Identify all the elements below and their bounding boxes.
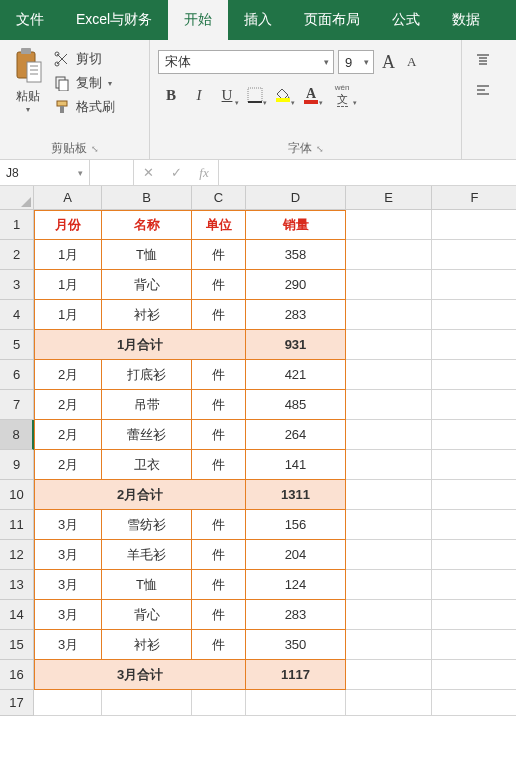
font-name-select[interactable]: 宋体 ▾ [158, 50, 334, 74]
cell[interactable] [432, 510, 516, 540]
cell[interactable] [34, 690, 102, 716]
cell[interactable]: 2月 [34, 360, 102, 390]
cell[interactable] [432, 600, 516, 630]
cell[interactable]: 件 [192, 360, 246, 390]
cell[interactable] [246, 690, 346, 716]
cell[interactable]: 931 [246, 330, 346, 360]
cell[interactable] [192, 690, 246, 716]
cut-button[interactable]: 剪切 [54, 50, 115, 68]
cell[interactable] [432, 540, 516, 570]
cell[interactable] [346, 510, 432, 540]
column-header[interactable]: F [432, 186, 516, 210]
cell[interactable]: 124 [246, 570, 346, 600]
cell[interactable]: 件 [192, 300, 246, 330]
ribbon-tab-文件[interactable]: 文件 [0, 0, 60, 40]
cell[interactable] [346, 390, 432, 420]
cell[interactable]: 雪纺衫 [102, 510, 192, 540]
column-header[interactable]: A [34, 186, 102, 210]
paste-button[interactable]: 粘贴 ▾ [6, 44, 50, 114]
bold-button[interactable]: B [158, 82, 184, 108]
font-size-select[interactable]: 9 ▾ [338, 50, 374, 74]
cell[interactable]: 件 [192, 420, 246, 450]
cell[interactable] [432, 360, 516, 390]
row-header[interactable]: 17 [0, 690, 34, 716]
cell[interactable] [346, 660, 432, 690]
cell[interactable] [432, 300, 516, 330]
cell[interactable]: 吊带 [102, 390, 192, 420]
cell[interactable]: 2月 [34, 390, 102, 420]
align-left-button[interactable] [472, 80, 494, 102]
row-header[interactable]: 9 [0, 450, 34, 480]
cell[interactable]: 背心 [102, 600, 192, 630]
select-all-corner[interactable] [0, 186, 34, 210]
row-header[interactable]: 5 [0, 330, 34, 360]
copy-button[interactable]: 复制 ▾ [54, 74, 115, 92]
column-header[interactable]: E [346, 186, 432, 210]
cell[interactable]: 件 [192, 630, 246, 660]
formula-cancel-button[interactable]: ✕ [134, 160, 162, 185]
cell[interactable]: 1月 [34, 240, 102, 270]
border-button[interactable]: ▾ [242, 82, 268, 108]
cell[interactable]: 件 [192, 600, 246, 630]
copy-dropdown-icon[interactable]: ▾ [108, 79, 112, 88]
cell[interactable]: 1月 [34, 300, 102, 330]
cell-grid[interactable]: 月份名称单位销量1月T恤件3581月背心件2901月衬衫件2831月合计9312… [34, 210, 516, 716]
cell[interactable]: 蕾丝衫 [102, 420, 192, 450]
cell[interactable]: 衬衫 [102, 300, 192, 330]
row-header[interactable]: 14 [0, 600, 34, 630]
cell[interactable] [346, 420, 432, 450]
cell[interactable] [346, 360, 432, 390]
cell[interactable]: 名称 [102, 210, 192, 240]
cell[interactable] [346, 270, 432, 300]
cell[interactable] [102, 690, 192, 716]
cell[interactable]: 350 [246, 630, 346, 660]
insert-function-button[interactable]: fx [190, 160, 218, 185]
cell[interactable] [346, 690, 432, 716]
column-header[interactable]: D [246, 186, 346, 210]
cell[interactable]: 421 [246, 360, 346, 390]
cell[interactable] [432, 690, 516, 716]
row-header[interactable]: 2 [0, 240, 34, 270]
cell[interactable]: 358 [246, 240, 346, 270]
row-header[interactable]: 11 [0, 510, 34, 540]
ribbon-tab-开始[interactable]: 开始 [168, 0, 228, 40]
ribbon-tab-公式[interactable]: 公式 [376, 0, 436, 40]
cell[interactable]: 2月 [34, 420, 102, 450]
cell[interactable]: 283 [246, 600, 346, 630]
row-header[interactable]: 1 [0, 210, 34, 240]
cell[interactable]: 204 [246, 540, 346, 570]
ribbon-tab-插入[interactable]: 插入 [228, 0, 288, 40]
cell[interactable]: 背心 [102, 270, 192, 300]
cell[interactable]: 3月 [34, 510, 102, 540]
cell[interactable]: 销量 [246, 210, 346, 240]
cell[interactable]: 485 [246, 390, 346, 420]
cell[interactable]: 件 [192, 240, 246, 270]
cell[interactable]: 单位 [192, 210, 246, 240]
fill-color-button[interactable]: ▾ [270, 82, 296, 108]
cell[interactable]: 件 [192, 270, 246, 300]
cell[interactable]: 1月合计 [34, 330, 246, 360]
row-header[interactable]: 15 [0, 630, 34, 660]
cell[interactable] [346, 300, 432, 330]
cell[interactable] [346, 240, 432, 270]
row-header[interactable]: 8 [0, 420, 34, 450]
ribbon-tab-数据[interactable]: 数据 [436, 0, 496, 40]
cell[interactable]: 月份 [34, 210, 102, 240]
cell[interactable] [432, 270, 516, 300]
cell[interactable]: 3月 [34, 630, 102, 660]
row-header[interactable]: 10 [0, 480, 34, 510]
cell[interactable] [432, 420, 516, 450]
column-header[interactable]: B [102, 186, 192, 210]
cell[interactable] [432, 330, 516, 360]
cell[interactable]: 件 [192, 540, 246, 570]
cell[interactable]: 件 [192, 450, 246, 480]
decrease-font-button[interactable]: A [403, 54, 420, 70]
cell[interactable]: 283 [246, 300, 346, 330]
cell[interactable]: 卫衣 [102, 450, 192, 480]
cell[interactable]: 3月 [34, 570, 102, 600]
cell[interactable] [432, 570, 516, 600]
font-color-button[interactable]: A ▾ [298, 82, 324, 108]
cell[interactable] [432, 240, 516, 270]
cell[interactable]: 件 [192, 570, 246, 600]
cell[interactable]: 衬衫 [102, 630, 192, 660]
